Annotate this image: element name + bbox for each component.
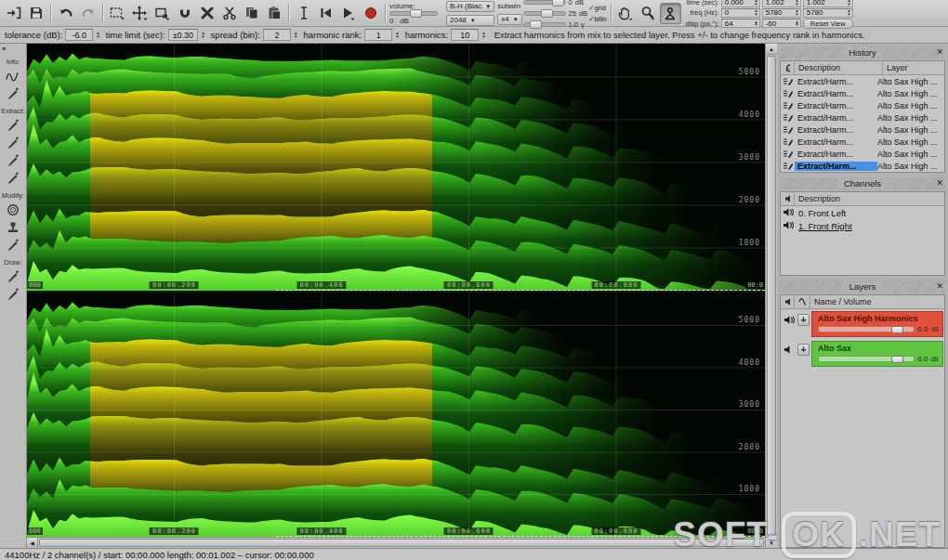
fft-size-select[interactable]: 2048▼ bbox=[446, 15, 494, 26]
history-row[interactable]: Extract/Harm...Alto Sax High ... bbox=[781, 136, 944, 148]
history-row[interactable]: Extract/Harm...Alto Sax High ... bbox=[781, 99, 944, 111]
spinner-buttons[interactable]: ▲▼ bbox=[754, 9, 757, 15]
spinner-buttons[interactable]: ▲▼ bbox=[395, 32, 399, 37]
param-value-box[interactable]: -6.0 bbox=[65, 29, 93, 41]
sidebar-tool-modify-brush-tool[interactable] bbox=[3, 236, 23, 254]
nav-value-box[interactable]: 1.002▲▼ bbox=[803, 0, 853, 7]
spinner-buttons[interactable]: ▲▼ bbox=[847, 9, 850, 15]
layer-volume-thumb[interactable] bbox=[891, 356, 903, 363]
channel-row[interactable]: 1. Front Right bbox=[781, 219, 944, 232]
param-value-box[interactable]: 10 bbox=[451, 29, 479, 41]
subwin-mult-select[interactable]: x4▼ bbox=[497, 14, 521, 25]
param-value-box[interactable]: 2 bbox=[263, 29, 291, 41]
nav-value-box[interactable]: -60▲▼ bbox=[762, 19, 801, 28]
copy-button[interactable] bbox=[241, 3, 262, 24]
spinner-buttons[interactable]: ▲▼ bbox=[795, 9, 798, 15]
sidebar-tool-extract-harmonics-brush[interactable] bbox=[3, 169, 23, 187]
history-row[interactable]: Extract/Harm...Alto Sax High ... bbox=[781, 87, 944, 99]
layer-row[interactable]: +Alto Sax High Harmonics0.0dB bbox=[781, 309, 944, 339]
history-row[interactable]: Extract/Harm...Alto Sax High ... bbox=[781, 124, 944, 136]
history-row[interactable]: Extract/Harm...Alto Sax High ... bbox=[781, 75, 944, 87]
move-tool[interactable] bbox=[129, 3, 151, 24]
redo-button[interactable] bbox=[77, 3, 99, 24]
history-row[interactable]: Extract/Harm...Alto Sax High ... bbox=[781, 111, 944, 124]
volume-slider[interactable] bbox=[389, 11, 438, 16]
scroll-left-button[interactable]: ◀ bbox=[27, 538, 38, 548]
param-value-box[interactable]: ±0.30 bbox=[168, 29, 198, 41]
layer-row[interactable]: +Alto Sax0.0dB bbox=[781, 339, 944, 369]
scroll-up-button[interactable]: ▲ bbox=[766, 44, 777, 55]
magnet-snap-tool[interactable] bbox=[174, 3, 195, 24]
spinner-buttons[interactable]: ▲▼ bbox=[754, 0, 757, 6]
sidebar-tool-extract-line-brush[interactable] bbox=[3, 134, 23, 151]
layer-add-button[interactable]: + bbox=[797, 314, 810, 326]
sidebar-tool-spectrum-curve-tool[interactable] bbox=[3, 67, 23, 85]
navigate-tool[interactable] bbox=[660, 3, 681, 24]
vertical-scrollbar[interactable]: ▲ ▼ bbox=[765, 44, 777, 548]
nav-value-box[interactable]: 64▲▼ bbox=[721, 19, 760, 28]
nav-value-box[interactable]: 0▲▼ bbox=[721, 8, 760, 18]
play-button[interactable] bbox=[337, 3, 359, 24]
layer-volume-thumb[interactable] bbox=[891, 326, 903, 333]
playhead-cursor-tool[interactable] bbox=[293, 3, 314, 24]
spectrogram-canvas[interactable] bbox=[27, 293, 765, 537]
record-button[interactable] bbox=[360, 3, 381, 24]
spinner-buttons[interactable]: ▲▼ bbox=[481, 32, 485, 37]
channel-speaker-toggle[interactable] bbox=[783, 220, 795, 232]
history-layer-column[interactable]: Layer bbox=[883, 61, 944, 74]
layer-strip[interactable]: Alto Sax High Harmonics0.0dB bbox=[811, 311, 943, 337]
close-icon[interactable]: ✕ bbox=[936, 178, 943, 188]
cut-button[interactable] bbox=[218, 3, 240, 24]
checkbox-bilin[interactable]: ✓bilin bbox=[588, 15, 607, 23]
zoom-tool[interactable] bbox=[638, 3, 659, 24]
sidebar-tool-extract-area-brush[interactable] bbox=[3, 116, 23, 134]
spectrogram-canvas[interactable] bbox=[27, 44, 765, 291]
sidebar-collapse-button[interactable]: » bbox=[0, 45, 7, 53]
channels-description-column[interactable]: Description bbox=[795, 192, 944, 205]
spinner-buttons[interactable]: ▲▼ bbox=[294, 32, 297, 37]
horizontal-scroll-thumb[interactable] bbox=[39, 539, 764, 547]
display-slider[interactable] bbox=[523, 11, 566, 16]
channels-panel-titlebar[interactable]: Channels ✕ bbox=[780, 177, 945, 189]
sidebar-tool-draw-spray-tool[interactable] bbox=[3, 285, 23, 303]
layer-speaker-toggle[interactable] bbox=[783, 315, 796, 325]
layers-name-column[interactable]: Name / Volume bbox=[810, 295, 944, 308]
sidebar-tool-draw-brush-tool[interactable] bbox=[3, 267, 23, 285]
layers-speaker-column[interactable] bbox=[781, 295, 795, 308]
hand-pan-tool[interactable] bbox=[615, 3, 637, 24]
sidebar-tool-modify-stamp-tool[interactable] bbox=[3, 218, 23, 236]
paste-button[interactable] bbox=[263, 3, 284, 24]
history-row[interactable]: Extract/Harm...Alto Sax High ... bbox=[781, 160, 944, 172]
channels-speaker-column[interactable] bbox=[781, 192, 795, 205]
reset-view-button[interactable]: Reset View bbox=[803, 19, 853, 29]
undo-button[interactable] bbox=[55, 3, 76, 24]
delete-button[interactable] bbox=[196, 3, 217, 24]
select-rectangle-tool[interactable] bbox=[107, 3, 128, 24]
skip-to-start-button[interactable] bbox=[315, 3, 336, 24]
layer-volume-slider[interactable] bbox=[818, 356, 915, 362]
import-button[interactable] bbox=[3, 3, 24, 24]
layer-speaker-toggle[interactable] bbox=[783, 345, 796, 355]
volume-slider-thumb[interactable] bbox=[410, 9, 422, 18]
layers-panel-titlebar[interactable]: Layers ✕ bbox=[780, 280, 945, 293]
display-slider[interactable] bbox=[523, 0, 566, 5]
display-slider-thumb[interactable] bbox=[541, 9, 553, 18]
channel-speaker-toggle[interactable] bbox=[783, 207, 795, 219]
history-panel-titlebar[interactable]: History ✕ bbox=[780, 46, 945, 59]
window-function-select[interactable]: B-H (Blac▼ bbox=[446, 1, 494, 12]
horizontal-scrollbar[interactable]: ◀ bbox=[27, 537, 765, 548]
param-value-box[interactable]: 1 bbox=[364, 29, 392, 41]
display-slider-thumb[interactable] bbox=[530, 20, 542, 29]
nav-value-box[interactable]: 1.002▲▼ bbox=[762, 0, 801, 7]
history-row[interactable]: Extract/Harm...Alto Sax High ... bbox=[781, 148, 944, 160]
sidebar-tool-info-brush-tool[interactable] bbox=[3, 85, 23, 102]
nav-value-box[interactable]: 5780▲▼ bbox=[762, 8, 801, 18]
close-icon[interactable]: ✕ bbox=[936, 281, 943, 291]
layer-volume-slider[interactable] bbox=[818, 326, 915, 332]
layer-strip[interactable]: Alto Sax0.0dB bbox=[811, 341, 943, 367]
display-slider-thumb[interactable] bbox=[552, 0, 564, 7]
spectrogram-bottom-channel[interactable]: 5000400030002000100000:00.20000:00.40000… bbox=[27, 291, 765, 537]
display-slider[interactable] bbox=[523, 22, 566, 27]
layer-add-button[interactable]: + bbox=[797, 344, 810, 356]
spinner-buttons[interactable]: ▲▼ bbox=[847, 0, 850, 6]
